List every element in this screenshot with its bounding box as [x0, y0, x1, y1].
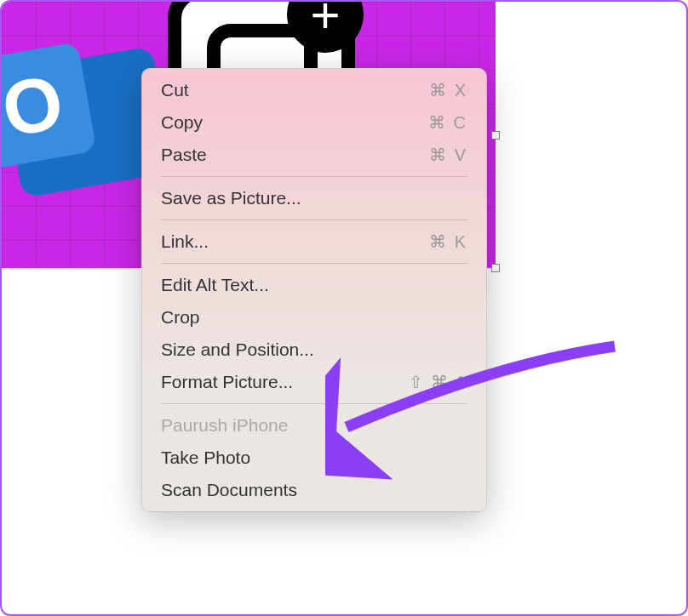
menu-item-scan-documents[interactable]: Scan Documents [142, 474, 486, 506]
menu-shortcut: ⌘ C [428, 112, 467, 133]
menu-item-device-name: Paurush iPhone [142, 409, 486, 442]
menu-label: Cut [161, 80, 189, 100]
menu-label: Size and Position... [161, 339, 314, 360]
menu-label: Save as Picture... [161, 188, 301, 208]
menu-separator [161, 176, 467, 177]
menu-item-format-picture[interactable]: Format Picture... ⇧ ⌘ 1 [142, 366, 486, 398]
menu-item-link[interactable]: Link... ⌘ K [142, 225, 486, 258]
menu-item-save-as-picture[interactable]: Save as Picture... [142, 182, 486, 214]
menu-shortcut: ⌘ X [429, 80, 467, 100]
menu-label: Link... [161, 231, 209, 252]
menu-separator [161, 220, 467, 220]
menu-label: Crop [161, 307, 200, 328]
menu-item-edit-alt-text[interactable]: Edit Alt Text... [142, 269, 486, 301]
menu-label: Paste [161, 145, 207, 165]
menu-item-cut[interactable]: Cut ⌘ X [142, 74, 486, 106]
context-menu: Cut ⌘ X Copy ⌘ C Paste ⌘ V Save as Pictu… [141, 68, 487, 512]
menu-shortcut: ⇧ ⌘ 1 [409, 372, 467, 392]
menu-shortcut: ⌘ K [429, 231, 467, 252]
menu-label: Scan Documents [161, 480, 297, 500]
menu-label: Paurush iPhone [161, 415, 288, 436]
menu-shortcut: ⌘ V [429, 145, 467, 165]
selection-handle[interactable] [491, 131, 500, 140]
menu-item-paste[interactable]: Paste ⌘ V [142, 139, 486, 171]
menu-label: Format Picture... [161, 372, 293, 392]
menu-item-take-photo[interactable]: Take Photo [142, 442, 486, 474]
menu-item-copy[interactable]: Copy ⌘ C [142, 106, 486, 139]
menu-separator [161, 263, 467, 264]
menu-item-size-and-position[interactable]: Size and Position... [142, 334, 486, 366]
menu-label: Take Photo [161, 448, 250, 468]
menu-label: Copy [161, 112, 203, 133]
menu-separator [161, 403, 467, 404]
selection-handle[interactable] [491, 264, 500, 272]
menu-label: Edit Alt Text... [161, 275, 269, 295]
menu-item-crop[interactable]: Crop [142, 301, 486, 334]
